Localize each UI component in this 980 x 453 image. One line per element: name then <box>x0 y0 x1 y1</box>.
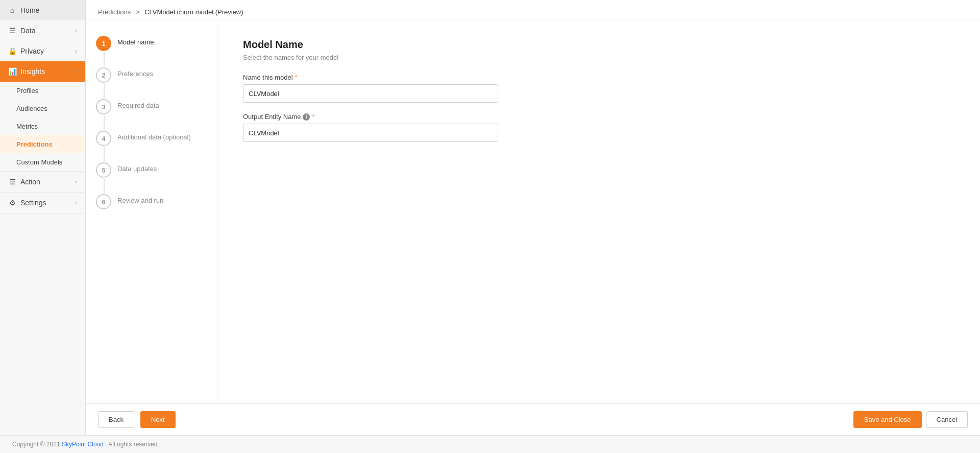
brand-link[interactable]: SkyPoint Cloud <box>62 441 104 448</box>
sidebar-item-custom-models[interactable]: Custom Models <box>0 153 85 171</box>
field-group-output-entity: Output Entity Name i * <box>243 113 955 142</box>
profiles-label: Profiles <box>16 87 38 94</box>
footer-right: Save and Close Cancel <box>853 411 968 428</box>
metrics-label: Metrics <box>16 123 38 130</box>
step-circle-6: 6 <box>96 194 111 209</box>
cancel-button[interactable]: Cancel <box>926 411 968 428</box>
sidebar-item-privacy[interactable]: 🔒 Privacy ‹ <box>0 41 85 61</box>
footer-left: Back Next <box>98 411 176 428</box>
app-footer: Copyright © 2021 SkyPoint Cloud . All ri… <box>0 435 980 453</box>
form-subtitle: Select the names for your model <box>243 54 955 61</box>
breadcrumb-separator: > <box>136 8 140 16</box>
rights-text: . All rights reserved. <box>105 441 159 448</box>
sidebar-action-label: Action <box>20 178 40 186</box>
action-icon: ☰ <box>8 178 16 186</box>
breadcrumb: Predictions > CLVModel churn model (Prev… <box>86 0 980 20</box>
model-name-input[interactable] <box>243 84 498 103</box>
main-layout: ⌂ Home ☰ Data ‹ 🔒 Privacy ‹ 📊 Insights ∨ <box>0 0 980 435</box>
data-chevron-icon: ‹ <box>75 28 77 34</box>
step-circle-5: 5 <box>96 162 111 178</box>
settings-icon: ⚙ <box>8 199 16 207</box>
step-label-5: Data updates <box>117 162 157 173</box>
sidebar-item-audiences[interactable]: Audiences <box>0 100 85 117</box>
sidebar-group-main: ⌂ Home ☰ Data ‹ 🔒 Privacy ‹ 📊 Insights ∨ <box>0 0 85 172</box>
insights-icon: 📊 <box>8 67 16 76</box>
copyright-text: Copyright © 2021 <box>12 441 62 448</box>
step-5: 5 Data updates <box>96 162 208 178</box>
step-circle-3: 3 <box>96 99 111 114</box>
data-icon: ☰ <box>8 27 16 35</box>
privacy-chevron-icon: ‹ <box>75 48 77 54</box>
sidebar-item-home[interactable]: ⌂ Home <box>0 0 85 20</box>
predictions-label: Predictions <box>16 140 53 148</box>
step-circle-1: 1 <box>96 36 111 51</box>
sidebar-home-label: Home <box>20 6 39 14</box>
insights-chevron-icon: ∨ <box>73 68 77 75</box>
sidebar-item-action[interactable]: ☰ Action ‹ <box>0 172 85 192</box>
back-button[interactable]: Back <box>98 411 134 428</box>
output-entity-info-icon[interactable]: i <box>303 113 310 121</box>
sidebar-item-data[interactable]: ☰ Data ‹ <box>0 20 85 41</box>
step-label-4: Additional data (optional) <box>117 131 191 141</box>
steps-panel: 1 Model name 2 Preferences 3 <box>86 20 218 403</box>
sidebar-item-predictions[interactable]: Predictions <box>0 135 85 153</box>
sidebar-item-profiles[interactable]: Profiles <box>0 82 85 100</box>
audiences-label: Audiences <box>16 105 47 112</box>
wizard-footer: Back Next Save and Close Cancel <box>86 403 980 435</box>
required-indicator-1: * <box>295 74 298 81</box>
field-label-output-entity: Output Entity Name i * <box>243 113 955 121</box>
step-3: 3 Required data <box>96 99 208 114</box>
form-title: Model Name <box>243 39 955 51</box>
field-label-model-name: Name this model * <box>243 74 955 81</box>
save-close-button[interactable]: Save and Close <box>853 411 922 428</box>
sidebar-insights-label: Insights <box>20 67 45 76</box>
breadcrumb-parent: Predictions <box>98 8 131 16</box>
step-6: 6 Review and run <box>96 194 208 209</box>
step-circle-4: 4 <box>96 131 111 146</box>
home-icon: ⌂ <box>8 6 16 14</box>
settings-chevron-icon: ‹ <box>75 200 77 206</box>
step-2: 2 Preferences <box>96 67 208 83</box>
field-group-model-name: Name this model * <box>243 74 955 103</box>
step-label-1: Model name <box>117 36 154 46</box>
sidebar-settings-label: Settings <box>20 199 46 207</box>
sidebar-item-insights[interactable]: 📊 Insights ∨ <box>0 61 85 82</box>
sidebar-privacy-label: Privacy <box>20 47 44 55</box>
required-indicator-2: * <box>312 113 314 121</box>
step-1: 1 Model name <box>96 36 208 51</box>
content-area: Predictions > CLVModel churn model (Prev… <box>86 0 980 435</box>
wizard-body: 1 Model name 2 Preferences 3 <box>86 20 980 403</box>
breadcrumb-current: CLVModel churn model (Preview) <box>144 8 243 16</box>
sidebar-item-settings[interactable]: ⚙ Settings ‹ <box>0 193 85 213</box>
output-entity-name-input[interactable] <box>243 124 498 142</box>
sidebar: ⌂ Home ☰ Data ‹ 🔒 Privacy ‹ 📊 Insights ∨ <box>0 0 86 435</box>
step-4: 4 Additional data (optional) <box>96 131 208 146</box>
privacy-icon: 🔒 <box>8 47 16 55</box>
sidebar-data-label: Data <box>20 27 36 35</box>
step-circle-2: 2 <box>96 67 111 83</box>
step-label-6: Review and run <box>117 194 163 204</box>
step-label-2: Preferences <box>117 67 153 78</box>
action-chevron-icon: ‹ <box>75 179 77 185</box>
sidebar-group-action: ☰ Action ‹ <box>0 172 85 193</box>
sidebar-group-settings: ⚙ Settings ‹ <box>0 193 85 213</box>
form-panel: Model Name Select the names for your mod… <box>218 20 980 403</box>
custom-models-label: Custom Models <box>16 158 62 166</box>
step-label-3: Required data <box>117 99 159 109</box>
sidebar-item-metrics[interactable]: Metrics <box>0 117 85 135</box>
next-button[interactable]: Next <box>140 411 176 428</box>
app-wrapper: ⌂ Home ☰ Data ‹ 🔒 Privacy ‹ 📊 Insights ∨ <box>0 0 980 453</box>
